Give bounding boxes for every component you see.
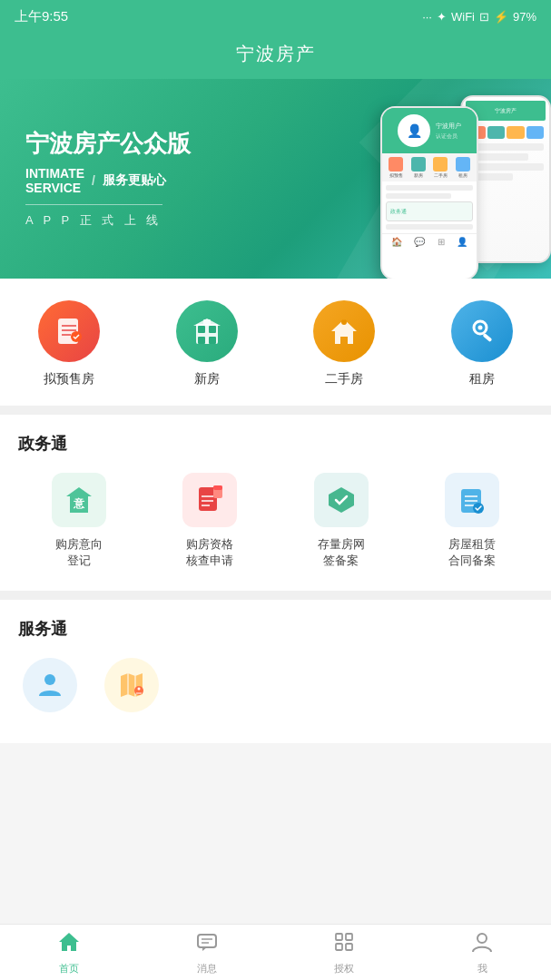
fuwutong-title: 服务通 — [18, 618, 533, 640]
quick-actions: 拟预售房 新房 — [0, 279, 551, 406]
svg-rect-42 — [336, 944, 342, 950]
action-label-xinfang: 新房 — [194, 371, 220, 387]
svg-rect-41 — [346, 934, 352, 940]
wifi-icon: WiFi — [451, 10, 475, 24]
svg-rect-40 — [336, 934, 342, 940]
svg-rect-9 — [209, 337, 216, 344]
action-zufang[interactable]: 租房 — [446, 300, 518, 387]
zhengwutong-item-cunliang[interactable]: 存量房网签备案 — [280, 473, 402, 569]
nav-item-home[interactable]: 首页 — [37, 930, 101, 975]
action-yuyufang[interactable]: 拟预售房 — [33, 300, 105, 387]
signal-icon: ··· — [422, 10, 432, 24]
zhengwutong-label-fangzu: 房屋租赁合同备案 — [448, 536, 496, 569]
zhengwutong-label-cunliang: 存量房网签备案 — [318, 536, 365, 569]
action-label-yuyufang: 拟预售房 — [44, 371, 94, 387]
banner: 宁波房产公众版 INTIMATESERVICE / 服务更贴心 A P P 正 … — [0, 79, 551, 279]
header-title: 宁波房产 — [236, 44, 316, 64]
zhengwutong-icon-gouzige — [182, 473, 237, 527]
svg-rect-8 — [198, 337, 205, 344]
service-item-map[interactable] — [100, 658, 163, 712]
battery-text: 97% — [513, 10, 536, 24]
action-icon-zufang — [451, 300, 513, 362]
nav-icon-message — [195, 930, 219, 959]
zhengwutong-label-gouyi: 购房意向登记 — [55, 536, 103, 569]
banner-subtitle: INTIMATESERVICE / 服务更贴心 — [25, 166, 533, 195]
zhengwutong-label-gouzige: 购房资格核查申请 — [186, 536, 233, 569]
svg-rect-7 — [209, 326, 216, 333]
svg-rect-21 — [213, 485, 222, 490]
svg-rect-43 — [346, 944, 352, 950]
zhengwutong-grid: 意 购房意向登记 购房资格核查申请 — [18, 473, 533, 569]
app-header: 宁波房产 — [0, 33, 551, 79]
banner-cn-text: 服务更贴心 — [103, 172, 166, 189]
zhengwutong-icon-gouyi: 意 — [52, 473, 106, 527]
nav-item-auth[interactable]: 授权 — [312, 930, 376, 975]
nav-icon-auth — [332, 930, 356, 959]
bottom-nav: 首页 消息 授权 — [0, 924, 551, 980]
service-icon-person — [23, 658, 77, 712]
action-xinfang[interactable]: 新房 — [171, 300, 243, 387]
service-items — [18, 658, 533, 721]
action-label-ershoufang: 二手房 — [325, 371, 363, 387]
zhengwutong-icon-fangzu — [445, 473, 499, 527]
banner-en-text: INTIMATESERVICE — [25, 166, 84, 195]
svg-marker-36 — [59, 933, 79, 951]
zhengwutong-item-fangzu[interactable]: 房屋租赁合同备案 — [411, 473, 533, 569]
banner-left: 宁波房产公众版 INTIMATESERVICE / 服务更贴心 A P P 正 … — [25, 129, 533, 230]
banner-divider: / — [92, 173, 95, 188]
svg-text:意: 意 — [73, 497, 85, 510]
nav-item-me[interactable]: 我 — [450, 930, 514, 975]
zhengwutong-item-gouyi[interactable]: 意 购房意向登记 — [18, 473, 140, 569]
service-item-person[interactable] — [18, 658, 82, 712]
svg-rect-37 — [198, 935, 216, 947]
zhengwutong-icon-cunliang — [314, 473, 369, 527]
banner-title: 宁波房产公众版 — [25, 129, 533, 160]
svg-point-15 — [478, 326, 483, 330]
nav-label-auth: 授权 — [334, 962, 354, 975]
svg-point-13 — [341, 319, 347, 325]
zhengwutong-section: 政务通 意 购房意向登记 — [0, 415, 551, 591]
nav-label-me: 我 — [477, 962, 487, 975]
section-divider-2 — [0, 591, 551, 600]
nav-label-home: 首页 — [59, 962, 79, 975]
svg-rect-6 — [198, 326, 205, 333]
action-icon-xinfang — [176, 300, 238, 362]
nav-label-message: 消息 — [197, 962, 217, 975]
action-label-zufang: 租房 — [469, 371, 495, 387]
action-icon-yuyufang — [38, 300, 100, 362]
zhengwutong-title: 政务通 — [18, 433, 533, 455]
svg-point-35 — [138, 688, 141, 691]
action-icon-ershoufang — [313, 300, 375, 362]
status-icons: ··· ✦ WiFi ⊡ ⚡ 97% — [422, 10, 536, 24]
zhengwutong-item-gouzige[interactable]: 购房资格核查申请 — [149, 473, 271, 569]
svg-point-30 — [44, 674, 55, 685]
banner-launch: A P P 正 式 上 线 — [25, 204, 162, 229]
bluetooth-icon: ✦ — [437, 10, 447, 24]
sim-icon: ⊡ — [479, 10, 489, 24]
nav-icon-me — [470, 930, 494, 959]
action-ershoufang[interactable]: 二手房 — [308, 300, 380, 387]
svg-marker-11 — [193, 318, 221, 326]
nav-icon-home — [57, 930, 81, 959]
nav-item-message[interactable]: 消息 — [175, 930, 239, 975]
status-bar: 上午9:55 ··· ✦ WiFi ⊡ ⚡ 97% — [0, 0, 551, 33]
svg-rect-16 — [483, 333, 493, 342]
section-divider-1 — [0, 406, 551, 415]
svg-point-44 — [477, 934, 487, 943]
service-icon-map — [104, 658, 159, 712]
fuwutong-section: 服务通 — [0, 600, 551, 743]
charging-icon: ⚡ — [494, 10, 508, 24]
status-time: 上午9:55 — [15, 8, 68, 25]
